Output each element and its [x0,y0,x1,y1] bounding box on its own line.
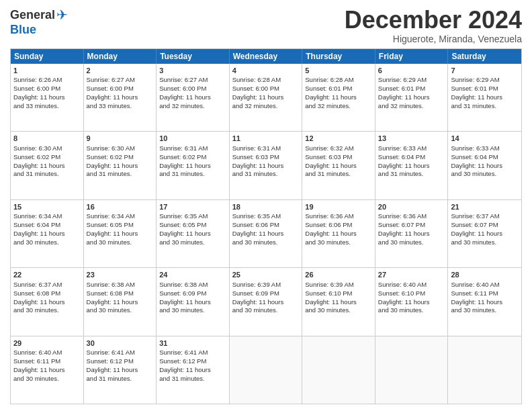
calendar-cell: 16Sunrise: 6:34 AMSunset: 6:05 PMDayligh… [84,200,157,267]
calendar-cell: 22Sunrise: 6:37 AMSunset: 6:08 PMDayligh… [11,268,84,335]
day-info-line: Sunset: 6:02 PM [159,153,226,162]
day-info-line: Daylight: 11 hours [232,230,300,238]
day-info-line: and 30 minutes. [159,306,226,315]
day-info-line: Sunrise: 6:34 AM [13,212,81,221]
day-info-line: Daylight: 11 hours [13,366,81,375]
day-info-line: Sunrise: 6:41 AM [159,349,226,357]
day-info-line: Daylight: 11 hours [378,230,445,238]
day-info-line: Daylight: 11 hours [13,93,81,102]
day-info-line: and 30 minutes. [159,238,226,247]
day-info-line: Daylight: 11 hours [378,162,445,171]
title-block: December 2024 Higuerote, Miranda, Venezu… [345,7,522,44]
calendar-cell: 2Sunrise: 6:27 AMSunset: 6:00 PMDaylight… [84,64,157,131]
calendar-cell [375,336,449,404]
weekday-header: Saturday [448,49,521,64]
day-number: 17 [159,202,226,212]
weekday-header: Tuesday [157,49,230,64]
day-number: 6 [378,66,445,76]
day-info-line: Daylight: 11 hours [159,93,226,102]
day-info-line: Daylight: 11 hours [451,93,519,102]
day-info-line: Sunrise: 6:39 AM [232,281,300,289]
calendar-cell: 20Sunrise: 6:36 AMSunset: 6:07 PMDayligh… [375,200,449,267]
day-info-line: Daylight: 11 hours [159,298,226,307]
day-info-line: and 30 minutes. [87,238,154,247]
day-info-line: Sunset: 6:06 PM [232,221,300,230]
weekday-header: Friday [375,49,449,64]
day-number: 11 [232,134,300,144]
logo-general-text: General [10,8,55,22]
day-info-line: and 30 minutes. [378,306,445,315]
weekday-header: Thursday [302,49,375,64]
calendar-cell: 27Sunrise: 6:40 AMSunset: 6:10 PMDayligh… [375,268,449,335]
day-info-line: Sunrise: 6:33 AM [378,144,445,153]
day-number: 16 [87,202,154,212]
calendar-row: 15Sunrise: 6:34 AMSunset: 6:04 PMDayligh… [11,199,521,267]
day-info-line: Sunrise: 6:35 AM [232,212,300,221]
day-info-line: and 31 minutes. [451,102,519,111]
day-info-line: and 31 minutes. [87,170,154,179]
calendar-cell: 1Sunrise: 6:26 AMSunset: 6:00 PMDaylight… [11,64,84,131]
location: Higuerote, Miranda, Venezuela [345,34,522,44]
day-info-line: Daylight: 11 hours [451,230,519,238]
day-info-line: Sunrise: 6:33 AM [451,144,519,153]
day-info-line: and 32 minutes. [159,102,226,111]
day-info-line: Sunrise: 6:41 AM [87,349,154,357]
day-info-line: Daylight: 11 hours [305,230,372,238]
day-number: 24 [159,270,226,280]
day-info-line: and 31 minutes. [13,170,81,179]
calendar-row: 29Sunrise: 6:40 AMSunset: 6:11 PMDayligh… [11,336,521,404]
day-info-line: Sunrise: 6:28 AM [232,76,300,85]
day-info-line: and 30 minutes. [451,238,519,247]
day-info-line: Daylight: 11 hours [232,298,300,307]
day-info-line: Sunset: 6:09 PM [232,289,300,298]
day-number: 31 [159,338,226,349]
day-info-line: and 32 minutes. [232,102,300,111]
calendar-cell: 28Sunrise: 6:40 AMSunset: 6:11 PMDayligh… [448,268,521,335]
calendar-cell: 12Sunrise: 6:32 AMSunset: 6:03 PMDayligh… [302,132,375,199]
day-number: 15 [13,202,81,212]
day-number: 7 [451,66,519,76]
day-info-line: Sunrise: 6:27 AM [159,76,226,85]
day-info-line: Sunset: 6:00 PM [159,85,226,93]
day-info-line: Sunset: 6:04 PM [451,153,519,162]
day-info-line: Daylight: 11 hours [378,93,445,102]
day-number: 26 [305,270,372,280]
day-info-line: Sunrise: 6:32 AM [305,144,372,153]
day-info-line: Sunset: 6:11 PM [13,357,81,366]
day-number: 29 [13,338,81,349]
day-info-line: Daylight: 11 hours [232,162,300,171]
calendar-row: 1Sunrise: 6:26 AMSunset: 6:00 PMDaylight… [11,64,521,131]
day-info-line: and 30 minutes. [232,238,300,247]
day-info-line: Daylight: 11 hours [305,298,372,307]
day-number: 4 [232,66,300,76]
day-info-line: Daylight: 11 hours [87,93,154,102]
day-info-line: Daylight: 11 hours [305,162,372,171]
day-info-line: and 32 minutes. [305,102,372,111]
day-info-line: Daylight: 11 hours [87,162,154,171]
day-info-line: Sunrise: 6:28 AM [305,76,372,85]
day-info-line: Daylight: 11 hours [87,366,154,375]
day-number: 13 [378,134,445,144]
calendar-cell: 15Sunrise: 6:34 AMSunset: 6:04 PMDayligh… [11,200,84,267]
day-info-line: Sunset: 6:11 PM [451,289,519,298]
day-info-line: and 31 minutes. [87,375,154,383]
day-info-line: Sunset: 6:12 PM [159,357,226,366]
calendar-cell: 18Sunrise: 6:35 AMSunset: 6:06 PMDayligh… [230,200,303,267]
day-info-line: and 32 minutes. [378,102,445,111]
day-info-line: and 30 minutes. [305,238,372,247]
day-info-line: Sunrise: 6:30 AM [13,144,81,153]
day-info-line: and 33 minutes. [13,102,81,111]
day-info-line: Sunset: 6:01 PM [305,85,372,93]
day-info-line: Sunrise: 6:31 AM [159,144,226,153]
day-number: 19 [305,202,372,212]
calendar-cell [448,336,521,404]
day-info-line: and 30 minutes. [305,306,372,315]
calendar-cell: 21Sunrise: 6:37 AMSunset: 6:07 PMDayligh… [448,200,521,267]
day-info-line: Sunrise: 6:29 AM [378,76,445,85]
day-info-line: and 31 minutes. [232,170,300,179]
day-number: 14 [451,134,519,144]
day-info-line: Sunset: 6:08 PM [87,289,154,298]
logo-blue-text: Blue [10,23,36,37]
day-info-line: Sunset: 6:05 PM [87,221,154,230]
day-info-line: and 33 minutes. [87,102,154,111]
